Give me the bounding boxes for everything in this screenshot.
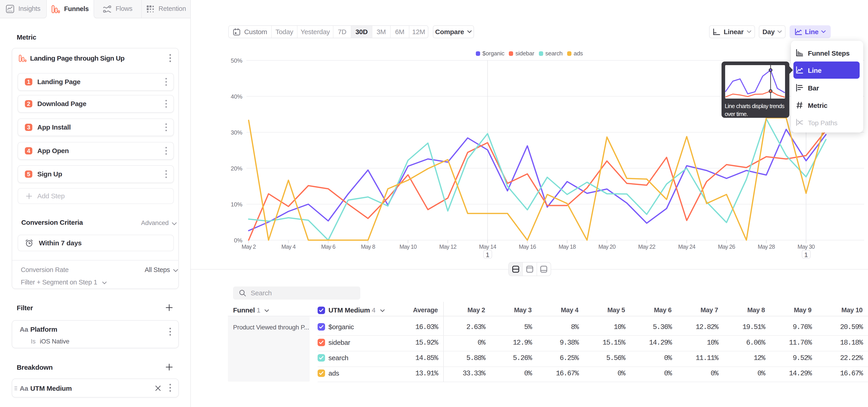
svg-text:May 18: May 18 (559, 244, 576, 250)
svg-text:May 2: May 2 (242, 244, 256, 250)
svg-text:20%: 20% (231, 165, 242, 172)
svg-text:May 30: May 30 (798, 244, 815, 250)
svg-text:May 16: May 16 (519, 244, 536, 250)
svg-text:May 28: May 28 (758, 244, 775, 250)
svg-text:May 24: May 24 (678, 244, 695, 250)
svg-text:May 26: May 26 (718, 244, 735, 250)
svg-text:May 6: May 6 (321, 244, 336, 250)
svg-text:May 4: May 4 (281, 244, 296, 250)
svg-text:30%: 30% (231, 129, 242, 136)
svg-text:40%: 40% (231, 93, 242, 100)
svg-text:0%: 0% (234, 237, 242, 244)
svg-text:May 12: May 12 (439, 244, 456, 250)
svg-text:1: 1 (804, 251, 808, 258)
svg-text:10%: 10% (231, 201, 242, 208)
svg-text:May 10: May 10 (399, 244, 416, 250)
svg-text:1: 1 (486, 251, 489, 258)
svg-text:May 8: May 8 (361, 244, 375, 250)
svg-text:May 22: May 22 (638, 244, 655, 250)
svg-text:May 14: May 14 (479, 244, 496, 250)
svg-text:May 20: May 20 (598, 244, 616, 250)
svg-text:50%: 50% (231, 57, 242, 64)
